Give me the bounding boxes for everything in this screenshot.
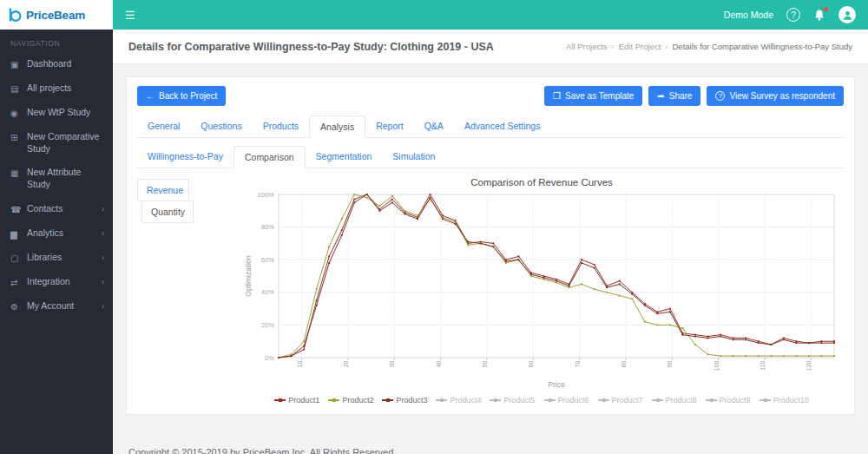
sidebar-item-all-projects[interactable]: ▤ All projects (0, 76, 113, 101)
subtab-segmentation[interactable]: Segmentation (306, 146, 383, 168)
legend-item-product6[interactable]: Product6 (544, 396, 589, 405)
sidebar-item-new-comparative-study[interactable]: ⊞ New Comparative Study (0, 125, 113, 161)
svg-text:110: 110 (760, 360, 766, 370)
breadcrumb-current: Details for Comparative Willingness-to-P… (673, 42, 853, 51)
svg-text:50: 50 (482, 360, 488, 367)
tab-products[interactable]: Products (253, 115, 309, 138)
menu-toggle-icon[interactable]: ☰ (125, 9, 135, 22)
legend-label: Product7 (612, 396, 643, 405)
sidebar-item-dashboard[interactable]: ▣ Dashboard (0, 52, 113, 76)
chart-area: Comparison of Revenue Curves 0%20%40%60%… (240, 177, 844, 405)
svg-text:60%: 60% (261, 256, 274, 264)
chevron-right-icon: › (102, 203, 104, 214)
brand-name: PriceBeam (26, 9, 85, 22)
subtab-comparison[interactable]: Comparison (233, 146, 306, 168)
legend-item-product7[interactable]: Product7 (598, 396, 643, 405)
sidebar-item-libraries[interactable]: ▢ Libraries › (0, 246, 113, 270)
legend-label: Product4 (450, 396, 481, 405)
help-icon[interactable]: ? (786, 8, 800, 22)
legend-item-product9[interactable]: Product9 (706, 396, 751, 405)
legend-item-product1[interactable]: Product1 (274, 396, 319, 405)
legend-item-product8[interactable]: Product8 (652, 396, 697, 405)
svg-text:20%: 20% (261, 321, 274, 329)
breadcrumb-edit-project[interactable]: Edit Project (619, 42, 661, 51)
svg-text:40: 40 (436, 360, 442, 367)
topbar: ☰ Demo Mode ? (113, 0, 868, 30)
svg-text:120: 120 (806, 360, 812, 371)
sidebar-item-new-attribute-study[interactable]: ▦ New Attribute Study (0, 161, 113, 196)
analytics-icon: ▆ (10, 228, 21, 240)
legend-marker (328, 399, 339, 401)
sidebar-item-contacts[interactable]: ☎ Contacts › (0, 197, 113, 221)
page-header: Details for Comparative Willingness-to-P… (113, 30, 868, 64)
svg-text:60: 60 (528, 360, 534, 367)
side-tab-revenue[interactable]: Revenue (137, 179, 189, 201)
subtab-simulation[interactable]: Simulation (382, 146, 445, 168)
revenue-comparison-chart: 0%20%40%60%80%100%1020304050607080901001… (242, 189, 841, 396)
legend-marker (436, 399, 447, 401)
side-tab-quantity[interactable]: Quantity (141, 201, 194, 223)
legend-label: Product8 (666, 396, 697, 405)
user-avatar[interactable] (838, 6, 856, 23)
study-detail-card: ← Back to Project ❐ Save as Template ➦ S… (126, 76, 855, 415)
share-button[interactable]: ➦ Share (648, 86, 700, 106)
notifications-bell-icon[interactable] (813, 9, 825, 22)
nav-section-label: NAVIGATION (0, 30, 113, 52)
svg-text:Optimization: Optimization (244, 255, 253, 297)
pricebeam-logo-icon (7, 7, 23, 23)
chevron-right-icon: › (102, 300, 104, 312)
legend-item-product10[interactable]: Product10 (760, 396, 809, 405)
libraries-icon: ▢ (10, 253, 21, 264)
notification-badge (823, 6, 829, 12)
tab-advanced-settings[interactable]: Advanced Settings (454, 115, 551, 138)
tab-questions[interactable]: Questions (190, 115, 252, 138)
wtp-study-icon: ◉ (10, 108, 21, 119)
brand-logo[interactable]: PriceBeam (0, 0, 113, 30)
chevron-right-icon: › (102, 276, 104, 287)
subtab-willingness-to-pay[interactable]: Willingness-to-Pay (137, 146, 233, 168)
sidebar-item-integration[interactable]: ⇄ Integration › (0, 270, 113, 294)
view-survey-button[interactable]: ? View Survey as respondent (707, 86, 844, 106)
sidebar-item-analytics[interactable]: ▆ Analytics › (0, 221, 113, 246)
tab-analysis[interactable]: Analysis (309, 115, 365, 138)
sidebar-item-my-account[interactable]: ⚙ My Account › (0, 294, 113, 319)
legend-marker (706, 399, 717, 401)
tab-general[interactable]: General (137, 115, 190, 138)
svg-text:100%: 100% (258, 191, 275, 199)
legend-marker (382, 399, 393, 401)
question-circle-icon: ? (715, 91, 725, 101)
legend-label: Product5 (503, 396, 535, 405)
metric-side-tabs: Revenue Quantity (137, 177, 240, 405)
breadcrumb-separator: › (612, 42, 615, 51)
svg-text:70: 70 (575, 360, 581, 367)
legend-item-product3[interactable]: Product3 (382, 396, 427, 405)
legend-marker (760, 399, 771, 401)
svg-text:Price: Price (548, 380, 565, 389)
tab-report[interactable]: Report (365, 115, 414, 138)
svg-text:30: 30 (389, 360, 395, 367)
page-title: Details for Comparative Willingness-to-P… (128, 41, 494, 53)
sidebar-item-new-wtp-study[interactable]: ◉ New WtP Study (0, 101, 113, 125)
svg-text:40%: 40% (261, 288, 274, 296)
comparison-panel: Revenue Quantity Comparison of Revenue C… (137, 177, 844, 405)
account-gear-icon: ⚙ (10, 301, 21, 313)
legend-label: Product2 (342, 396, 373, 405)
person-icon (842, 10, 853, 21)
breadcrumb: All Projects › Edit Project › Details fo… (566, 42, 852, 51)
legend-marker (598, 399, 609, 401)
legend-item-product5[interactable]: Product5 (490, 396, 535, 405)
legend-item-product2[interactable]: Product2 (328, 396, 373, 405)
projects-icon: ▤ (10, 83, 21, 95)
template-icon: ❐ (553, 91, 561, 101)
tab-qa[interactable]: Q&A (414, 115, 454, 138)
main-tabs: General Questions Products Analysis Repo… (137, 115, 844, 138)
app-window: PriceBeam NAVIGATION ▣ Dashboard ▤ All p… (0, 0, 868, 454)
chart-legend: Product1Product2Product3Product4Product5… (274, 396, 808, 405)
legend-item-product4[interactable]: Product4 (436, 396, 481, 405)
back-to-project-button[interactable]: ← Back to Project (137, 86, 226, 106)
chevron-right-icon: › (102, 227, 104, 239)
save-as-template-button[interactable]: ❐ Save as Template (544, 86, 642, 106)
copyright-footer: Copyright © 2015-2019 by PriceBeam Inc. … (128, 447, 393, 454)
breadcrumb-all-projects[interactable]: All Projects (566, 42, 608, 51)
svg-text:80: 80 (621, 360, 627, 367)
